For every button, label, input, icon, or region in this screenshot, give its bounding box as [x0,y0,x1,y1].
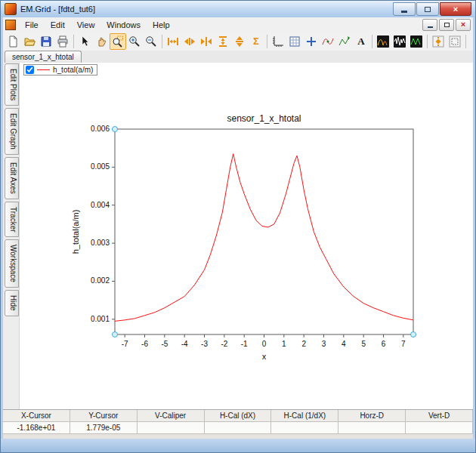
text-tool-icon: A [357,35,364,48]
svg-text:3: 3 [322,340,326,348]
mdi-minimize-button[interactable] [422,19,437,31]
add-cross-button[interactable] [303,33,320,50]
legend-checkbox[interactable] [26,66,34,74]
print-icon [57,35,69,48]
add-cross-icon [305,35,317,48]
zoom-window-button[interactable] [110,33,126,50]
sidetab-edit-plots[interactable]: Edit Plots [5,63,19,106]
zoom-in-button[interactable] [126,33,143,50]
status-value-horz-d [338,422,406,434]
polyline-tool-icon [338,35,351,48]
titlebar[interactable]: EM.Grid - [fdtd_tut6] × [1,1,475,18]
status-value-x-cursor: -1.168e+01 [3,422,70,434]
dock-box-button[interactable] [447,33,463,50]
open-folder-button[interactable] [21,33,38,50]
minimize-button[interactable] [393,2,416,16]
legend-box[interactable]: h_total(a/m) [23,64,97,76]
svg-text:x: x [262,352,267,361]
status-header-vert-d: Vert-D [406,410,473,422]
fit-width-icon [167,35,179,48]
pan-hand-button[interactable] [93,33,110,50]
menu-file[interactable]: File [20,19,44,31]
toolbar: Σ A Layou [3,32,473,51]
fft-button[interactable] [375,33,391,50]
fit-width-button[interactable] [165,33,181,50]
save-button[interactable] [38,33,54,50]
curve-tool-button[interactable] [320,33,336,50]
mdi-controls: × [422,19,471,31]
axes-button[interactable] [270,33,286,50]
mdi-close-icon: × [461,20,465,29]
axes-icon [272,35,284,48]
menu-edit[interactable]: Edit [45,19,70,31]
maximize-button[interactable] [416,2,439,16]
status-header-v-caliper: V-Caliper [138,410,205,422]
svg-text:1: 1 [282,340,286,348]
select-cursor-button[interactable] [76,33,93,50]
sidetab-workspace[interactable]: Workspace [5,239,19,288]
sidetab-edit-axes[interactable]: Edit Axes [5,157,19,199]
autoscale-sigma-button[interactable]: Σ [248,33,264,50]
sidetab-edit-graph[interactable]: Edit Graph [5,108,19,155]
zoom-window-icon [112,35,124,48]
menu-help[interactable]: Help [147,19,175,31]
autoscale-sigma-icon: Σ [253,35,259,47]
svg-text:6: 6 [382,340,386,348]
triangle-wave-button[interactable] [408,33,425,50]
menu-windows[interactable]: Windows [101,19,146,31]
plot-canvas[interactable]: h_total(a/m) -7-6-5-4-3-2-1012345670.001… [20,63,473,410]
tab-sensor-1-x-htotal[interactable]: sensor_1_x_htotal [5,51,82,63]
legend-series-line [37,69,50,70]
dock-fit-button[interactable] [430,33,447,50]
grid-button[interactable] [286,33,303,50]
status-value-vert-d [406,422,473,434]
print-button[interactable] [54,33,71,50]
waveform-icon [394,35,406,48]
svg-text:-2: -2 [221,340,227,348]
svg-text:0.003: 0.003 [91,239,110,247]
grid-icon [289,35,301,48]
legend-series-label: h_total(a/m) [53,66,93,74]
text-tool-button[interactable]: A [353,33,369,50]
toolbar-separator [162,35,162,48]
toolbar-separator [73,35,74,48]
close-button[interactable]: × [440,2,471,16]
compress-x-button[interactable] [198,33,215,50]
mdi-restore-button[interactable] [439,19,454,31]
waveform-button[interactable] [391,33,408,50]
status-header-horz-d: Horz-D [338,410,406,422]
svg-text:sensor_1_x_htotal: sensor_1_x_htotal [227,113,301,124]
window-frame-left [1,17,3,439]
svg-text:h_total(a/m): h_total(a/m) [71,210,80,254]
svg-text:-7: -7 [122,340,128,348]
new-document-icon [7,35,19,48]
toolbar-separator [465,35,466,48]
mdi-close-button[interactable]: × [456,19,471,31]
polyline-tool-button[interactable] [336,33,353,50]
chart[interactable]: -7-6-5-4-3-2-1012345670.0010.0020.0030.0… [20,63,473,410]
svg-text:0.002: 0.002 [91,276,110,285]
zoom-in-icon [128,35,141,48]
window-title: EM.Grid - [fdtd_tut6] [20,5,95,14]
zoom-out-button[interactable] [143,33,159,50]
svg-text:-6: -6 [141,340,148,348]
expand-x-button[interactable] [181,33,198,50]
main-area: Edit Plots Edit Graph Edit Axes Tracker … [3,63,473,410]
close-icon: × [453,5,458,14]
menu-view[interactable]: View [72,19,100,31]
status-header-x-cursor: X-Cursor [3,410,70,422]
sidetab-tracker[interactable]: Tracker [5,202,19,238]
new-document-button[interactable] [5,33,21,50]
svg-text:0.006: 0.006 [91,125,110,133]
sidetab-hide[interactable]: Hide [5,290,19,316]
svg-text:-3: -3 [201,340,208,348]
svg-text:-5: -5 [161,340,168,348]
window-frame-bottom[interactable] [1,439,475,452]
toolbar-separator [427,35,428,48]
menubar: File Edit View Windows Help × [3,17,473,32]
toolbar-separator [267,35,267,48]
expand-y-button[interactable] [231,33,248,50]
compress-x-icon [200,35,212,48]
fit-height-button[interactable] [215,33,231,50]
window-controls: × [392,2,471,16]
